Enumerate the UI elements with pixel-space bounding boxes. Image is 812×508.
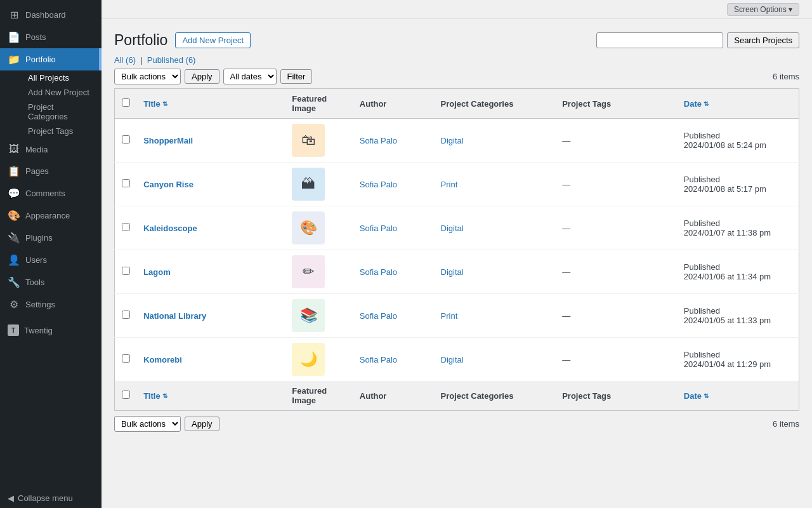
select-all-checkbox-top[interactable]	[122, 98, 130, 107]
project-tags-label: Project Tags	[28, 126, 73, 136]
author-link-shoppermail[interactable]: Sofia Palo	[360, 136, 397, 145]
row-checkbox-komorebi[interactable]	[122, 354, 130, 363]
category-link-canyon-rise[interactable]: Print	[441, 180, 458, 189]
featured-image-shoppermail: 🛍	[292, 124, 325, 157]
sidebar-item-project-categories[interactable]: Project Categories	[20, 100, 102, 124]
project-title-link-lagom[interactable]: Lagom	[143, 267, 171, 277]
collapse-menu-button[interactable]: ◀ Collapse menu	[0, 488, 102, 508]
comments-icon: 💬	[8, 187, 20, 199]
filter-button-top[interactable]: Filter	[280, 69, 313, 84]
sidebar-item-label: Tools	[25, 277, 44, 287]
sidebar-item-label: Dashboard	[25, 10, 66, 20]
plugins-icon: 🔌	[8, 232, 20, 244]
row-checkbox-shoppermail[interactable]	[122, 135, 130, 144]
sidebar-item-posts[interactable]: 📄 Posts	[0, 26, 102, 48]
portfolio-icon: 📁	[8, 53, 20, 65]
sort-date-link-bottom[interactable]: Date ⇅	[684, 391, 709, 401]
row-checkbox-lagom[interactable]	[122, 267, 130, 275]
project-categories-label: Project Categories	[28, 102, 94, 121]
screen-options-button[interactable]: Screen Options ▾	[727, 3, 799, 16]
tags-cell-shoppermail: —	[556, 119, 678, 163]
project-title-link-national-library[interactable]: National Library	[143, 311, 206, 321]
select-all-checkbox-bottom[interactable]	[122, 391, 130, 399]
row-checkbox-canyon-rise[interactable]	[122, 179, 130, 187]
search-input[interactable]	[596, 32, 723, 48]
table-row: ShopperMail 🛍 Sofia Palo Digital — Publi…	[115, 119, 799, 163]
add-new-project-label: Add New Project	[28, 88, 89, 97]
bulk-actions-select-top[interactable]: Bulk actions	[114, 69, 181, 84]
twentig-icon: T	[8, 324, 19, 336]
sidebar-item-label: Posts	[25, 32, 46, 42]
sidebar-item-settings[interactable]: ⚙ Settings	[0, 293, 102, 316]
sidebar-item-label: Appearance	[25, 211, 70, 220]
project-title-link-kaleidoscope[interactable]: Kaleidoscope	[143, 224, 197, 233]
table-row: Kaleidoscope 🎨 Sofia Palo Digital — Publ…	[115, 206, 799, 250]
featured-image-lagom: ✏	[292, 255, 325, 288]
featured-image-canyon-rise: 🏔	[292, 168, 325, 201]
apply-button-top[interactable]: Apply	[185, 69, 219, 84]
all-projects-label: All Projects	[28, 73, 69, 83]
author-link-lagom[interactable]: Sofia Palo	[360, 267, 397, 277]
sort-date-arrows-icon: ⇅	[704, 100, 709, 107]
content-area: Portfolio Add New Project Search Project…	[102, 19, 812, 508]
collapse-arrow-icon: ◀	[8, 493, 14, 503]
sidebar-item-comments[interactable]: 💬 Comments	[0, 182, 102, 204]
author-link-canyon-rise[interactable]: Sofia Palo	[360, 180, 397, 189]
screen-options-bar: Screen Options ▾	[102, 0, 812, 19]
date-cell-kaleidoscope: Published 2024/01/07 at 11:38 pm	[684, 218, 792, 237]
tags-cell-canyon-rise: —	[556, 163, 678, 206]
sidebar-item-label: Portfolio	[25, 55, 56, 64]
row-checkbox-kaleidoscope[interactable]	[122, 223, 130, 231]
author-link-national-library[interactable]: Sofia Palo	[360, 311, 397, 321]
category-link-shoppermail[interactable]: Digital	[441, 136, 464, 145]
sidebar-item-media[interactable]: 🖼 Media	[0, 138, 102, 160]
featured-image-komorebi: 🌙	[292, 343, 325, 376]
sort-title-link[interactable]: Title ⇅	[143, 99, 167, 109]
projects-table: Title ⇅ Featured Image Author Project Ca…	[114, 88, 799, 411]
date-cell-lagom: Published 2024/01/06 at 11:34 pm	[684, 262, 792, 281]
sidebar-item-dashboard[interactable]: ⊞ Dashboard	[0, 4, 102, 26]
sidebar: ⊞ Dashboard 📄 Posts 📁 Portfolio All Proj…	[0, 0, 102, 508]
sidebar-item-plugins[interactable]: 🔌 Plugins	[0, 227, 102, 249]
tags-cell-komorebi: —	[556, 338, 678, 382]
search-projects-button[interactable]: Search Projects	[727, 32, 799, 48]
project-title-link-komorebi[interactable]: Komorebi	[143, 355, 182, 364]
category-link-lagom[interactable]: Digital	[441, 267, 464, 277]
project-categories-footer: Project Categories	[435, 381, 556, 411]
view-published-link[interactable]: Published (6)	[147, 55, 196, 65]
items-count-top: 6 items	[773, 72, 799, 81]
sidebar-item-users[interactable]: 👤 Users	[0, 249, 102, 271]
row-checkbox-national-library[interactable]	[122, 311, 130, 319]
date-cell-canyon-rise: Published 2024/01/08 at 5:17 pm	[684, 175, 792, 194]
view-all-link[interactable]: All (6)	[114, 55, 138, 65]
sort-title-link-bottom[interactable]: Title ⇅	[143, 391, 167, 401]
sidebar-item-pages[interactable]: 📋 Pages	[0, 160, 102, 182]
add-new-project-button[interactable]: Add New Project	[175, 32, 251, 48]
sidebar-item-add-new-project[interactable]: Add New Project	[20, 85, 102, 100]
featured-image-footer: Featured Image	[285, 381, 353, 411]
author-link-komorebi[interactable]: Sofia Palo	[360, 355, 397, 364]
category-link-national-library[interactable]: Print	[441, 311, 458, 321]
sidebar-item-appearance[interactable]: 🎨 Appearance	[0, 204, 102, 227]
sidebar-item-twentig[interactable]: T Twentig	[0, 319, 102, 341]
project-title-link-shoppermail[interactable]: ShopperMail	[143, 136, 193, 145]
top-filter-row: Bulk actions Apply All dates Filter 6 it…	[114, 69, 799, 84]
sidebar-item-label: Plugins	[25, 233, 53, 243]
sidebar-item-project-tags[interactable]: Project Tags	[20, 124, 102, 138]
sidebar-item-all-projects[interactable]: All Projects	[20, 70, 102, 85]
sort-title-arrows-icon: ⇅	[162, 100, 167, 107]
featured-image-kaleidoscope: 🎨	[292, 211, 325, 244]
sidebar-item-tools[interactable]: 🔧 Tools	[0, 271, 102, 293]
project-title-link-canyon-rise[interactable]: Canyon Rise	[143, 180, 193, 189]
sidebar-item-portfolio[interactable]: 📁 Portfolio	[0, 48, 102, 70]
featured-image-header: Featured Image	[285, 89, 353, 119]
apply-button-bottom[interactable]: Apply	[185, 417, 219, 431]
bulk-actions-select-bottom[interactable]: Bulk actions	[114, 416, 181, 432]
project-tags-footer: Project Tags	[556, 381, 678, 411]
sort-date-link[interactable]: Date ⇅	[684, 99, 709, 109]
table-row: Lagom ✏ Sofia Palo Digital — Published 2…	[115, 250, 799, 294]
category-link-komorebi[interactable]: Digital	[441, 355, 464, 364]
category-link-kaleidoscope[interactable]: Digital	[441, 224, 464, 233]
author-link-kaleidoscope[interactable]: Sofia Palo	[360, 224, 397, 233]
dates-select-top[interactable]: All dates	[223, 69, 277, 84]
